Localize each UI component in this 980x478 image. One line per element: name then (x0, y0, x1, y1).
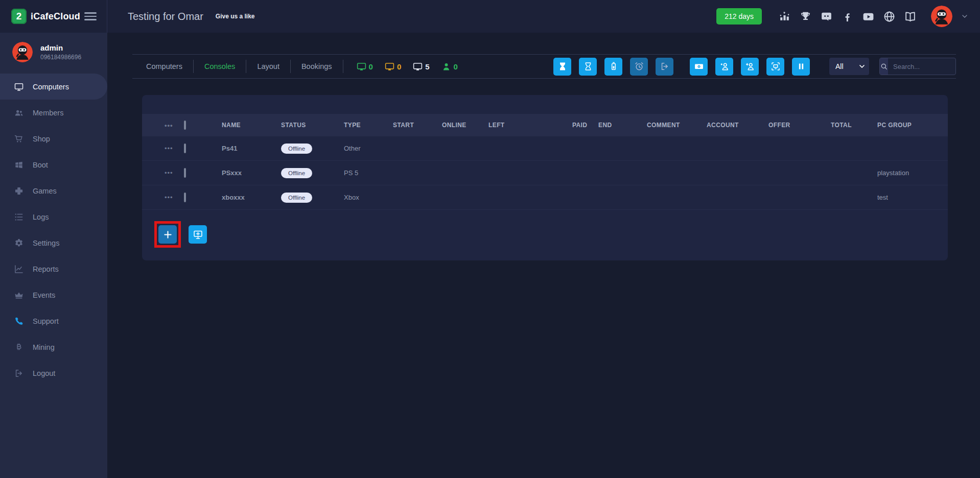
hamburger-menu-icon[interactable] (84, 10, 97, 22)
chevron-down-icon[interactable] (961, 12, 969, 20)
row-actions-icon[interactable]: ••• (142, 122, 184, 129)
row-checkbox[interactable] (184, 193, 186, 202)
person-icon (441, 61, 452, 72)
people-icon (14, 108, 24, 118)
sidebar-item-logout[interactable]: Logout (0, 360, 107, 386)
add-console-button[interactable] (158, 225, 177, 244)
tab-consoles[interactable]: Consoles (203, 62, 236, 70)
pause-icon[interactable] (792, 58, 810, 76)
member-plus-icon[interactable] (741, 58, 759, 76)
tab-bookings[interactable]: Bookings (300, 62, 333, 70)
youtube-icon[interactable] (862, 10, 875, 23)
guide-book-icon[interactable] (904, 10, 917, 23)
exit-session-icon[interactable] (656, 58, 673, 76)
crown-icon (14, 290, 24, 300)
plus-icon (162, 229, 173, 240)
column-header-account: ACCOUNT (707, 122, 768, 129)
member-star-icon[interactable] (715, 58, 733, 76)
monitor-icon (412, 61, 423, 72)
tab-separator (193, 60, 194, 73)
row-actions-icon[interactable]: ••• (142, 145, 184, 152)
ranking-icon[interactable] (778, 10, 791, 23)
column-header-paid: PAID (572, 122, 598, 129)
sidebar-item-label: Computers (33, 83, 69, 91)
search-icon (880, 58, 888, 75)
status-badge: Offline (281, 168, 312, 178)
counter-offline: 5 (412, 61, 429, 72)
chart-icon (14, 264, 24, 274)
games-icon (14, 186, 24, 196)
cell-name: xboxxx (222, 194, 281, 201)
alarm-icon[interactable] (630, 58, 648, 76)
brand-logo[interactable]: 2 iCafeCloud (11, 9, 80, 24)
facebook-icon[interactable] (841, 10, 854, 23)
sidebar-item-mining[interactable]: Mining (0, 334, 107, 360)
filter-dropdown: All (829, 58, 869, 75)
trophy-icon[interactable] (799, 10, 812, 23)
tab-computers[interactable]: Computers (145, 62, 183, 70)
cell-name: PSxxx (222, 169, 281, 177)
column-header-name: NAME (222, 122, 281, 129)
column-header-end: END (598, 122, 647, 129)
monitor-plus-icon (193, 229, 203, 240)
highlight-ring (154, 221, 181, 248)
monitor-icon (14, 82, 24, 92)
cell-status: Offline (281, 144, 344, 154)
discord-icon[interactable] (820, 10, 833, 23)
consoles-panel: ••• NAME STATUS TYPE START ONLINE LEFT P… (142, 95, 948, 260)
user-name: admin (40, 43, 81, 52)
cell-type: PS 5 (344, 169, 393, 177)
globe-icon[interactable] (883, 10, 896, 23)
sidebar-item-computers[interactable]: Computers (0, 74, 107, 100)
row-checkbox[interactable] (184, 144, 186, 153)
sidebar-item-boot[interactable]: Boot (0, 152, 107, 178)
import-console-button[interactable] (189, 225, 207, 244)
screen-capture-icon[interactable] (766, 58, 784, 76)
column-header-type: TYPE (344, 122, 393, 129)
sidebar-item-label: Logout (33, 369, 55, 377)
row-actions-icon[interactable]: ••• (142, 194, 184, 201)
sidebar-item-label: Support (33, 317, 59, 325)
sidebar-item-logs[interactable]: Logs (0, 204, 107, 230)
panel-footer (154, 221, 948, 248)
battery-icon[interactable] (604, 58, 622, 76)
topbar: 2 iCafeCloud Testing for Omar Give us a … (0, 0, 980, 33)
table-row: ••• PSxxx Offline PS 5 playstation (142, 161, 948, 185)
subscription-days-badge[interactable]: 212 days (716, 8, 762, 25)
counter-members: 0 (441, 61, 458, 72)
sidebar-item-members[interactable]: Members (0, 100, 107, 126)
row-actions-icon[interactable]: ••• (142, 170, 184, 176)
sidebar-item-games[interactable]: Games (0, 178, 107, 204)
status-badge: Offline (281, 144, 312, 154)
cell-type: Xbox (344, 194, 393, 201)
sidebar-item-reports[interactable]: Reports (0, 256, 107, 282)
hourglass-icon[interactable] (579, 58, 597, 76)
sidebar-item-settings[interactable]: Settings (0, 230, 107, 256)
app-window: 2 iCafeCloud Testing for Omar Give us a … (0, 0, 980, 478)
tab-separator (246, 60, 246, 73)
column-header-left: LEFT (488, 122, 572, 129)
sidebar-item-support[interactable]: Support (0, 308, 107, 334)
user-avatar[interactable] (931, 6, 952, 27)
member-actions-group (690, 58, 810, 76)
brand-area: 2 iCafeCloud (0, 0, 107, 33)
filter-select[interactable]: All (829, 58, 869, 75)
sidebar-item-events[interactable]: Events (0, 282, 107, 308)
tab-separator (290, 60, 291, 73)
sidebar-item-label: Mining (33, 343, 55, 351)
sidebar-item-label: Boot (33, 161, 48, 169)
select-all-checkbox[interactable] (184, 121, 186, 130)
page-title: Testing for Omar (128, 11, 203, 22)
money-icon[interactable] (690, 58, 708, 76)
search-input[interactable] (888, 58, 956, 75)
tab-layout[interactable]: Layout (256, 62, 281, 70)
brand-name: iCafeCloud (31, 11, 80, 22)
counter-value: 0 (369, 62, 373, 71)
hourglass-filled-icon[interactable] (553, 58, 571, 76)
gear-icon (14, 238, 24, 248)
give-us-a-like-link[interactable]: Give us a like (216, 13, 255, 20)
list-icon (14, 212, 24, 222)
sidebar-item-shop[interactable]: Shop (0, 126, 107, 152)
cell-status: Offline (281, 193, 344, 203)
row-checkbox[interactable] (184, 168, 186, 178)
